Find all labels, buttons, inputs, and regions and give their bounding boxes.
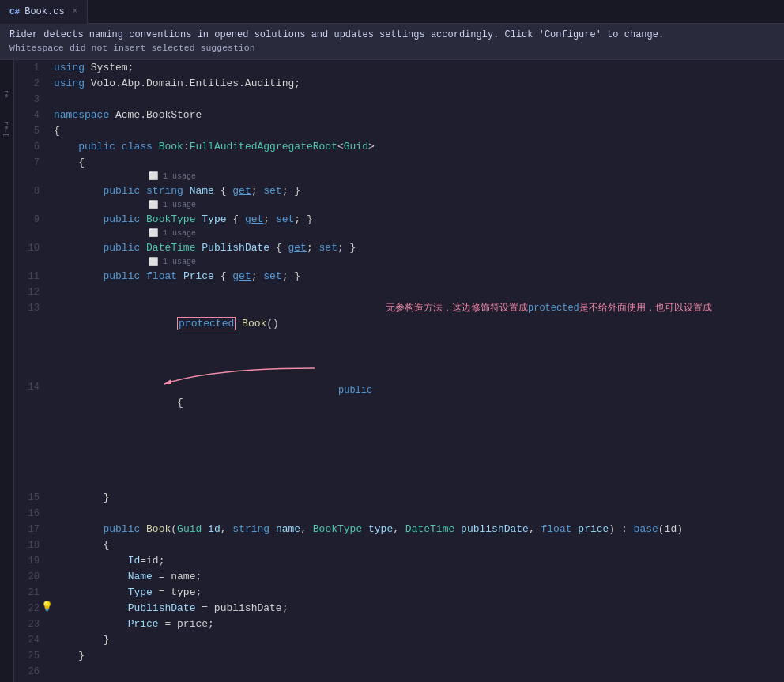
code-line-19: Id=id; <box>54 553 784 569</box>
table-row: 5 { <box>14 123 784 139</box>
line-number: 7 <box>14 155 40 171</box>
gutter-7 <box>40 155 54 171</box>
line-number: · <box>14 171 40 183</box>
code-line-7: { <box>54 155 784 171</box>
table-row: 18 { <box>14 537 784 553</box>
table-row: 8 public string Name { get; set; } <box>14 183 784 199</box>
gutter-19 <box>40 553 54 569</box>
code-line-23: Price = price; <box>54 616 784 632</box>
usage-hint-type: ⬜ 1 usage <box>54 199 784 212</box>
code-line-3 <box>54 92 784 107</box>
line-number: 19 <box>14 553 40 569</box>
table-row: 24 } <box>14 632 784 648</box>
table-row: 1 using System; <box>14 60 784 76</box>
code-editor[interactable]: 1 using System; 2 using Volo.Abp.Domain.… <box>14 60 784 682</box>
table-row: 7 { <box>14 155 784 171</box>
gutter-17 <box>40 522 54 537</box>
line-number: 9 <box>14 212 40 228</box>
table-row: 26 <box>14 664 784 680</box>
line-number: 12 <box>14 284 40 300</box>
line-number: · <box>14 199 40 212</box>
gutter-26 <box>40 664 54 680</box>
table-row: 10 public DateTime PublishDate { get; se… <box>14 240 784 256</box>
code-line-25: } <box>54 648 784 664</box>
code-line-2: using Volo.Abp.Domain.Entities.Auditing; <box>54 76 784 92</box>
table-row: 4 namespace Acme.BookStore <box>14 107 784 123</box>
code-line-17: public Book(Guid id, string name, BookTy… <box>54 522 784 537</box>
notification-line2: Whitespace did not insert selected sugge… <box>9 42 775 55</box>
gutter-hint <box>40 256 54 269</box>
line-number: 17 <box>14 522 40 537</box>
line-number: 15 <box>14 490 40 506</box>
line-number: 3 <box>14 92 40 107</box>
line-number: 13 <box>14 300 40 379</box>
usage-hint-price: ⬜ 1 usage <box>54 256 784 269</box>
editor-area: re re.[ 1 using System; 2 using Volo.Abp… <box>0 60 784 682</box>
sidebar-label-re: re <box>3 90 10 98</box>
gutter-3 <box>40 92 54 107</box>
left-sidebar: re re.[ <box>0 60 14 682</box>
line-number: 6 <box>14 139 40 155</box>
code-line-6: public class Book:FullAuditedAggregateRo… <box>54 139 784 155</box>
gutter-14 <box>40 379 54 490</box>
line-number: 23 <box>14 616 40 632</box>
gutter-12 <box>40 284 54 300</box>
gutter-5 <box>40 123 54 139</box>
gutter-13 <box>40 300 54 379</box>
gutter-10 <box>40 240 54 256</box>
table-row: 2 using Volo.Abp.Domain.Entities.Auditin… <box>14 76 784 92</box>
file-tab[interactable]: C# Book.cs × <box>0 0 88 24</box>
table-row: 12 <box>14 284 784 300</box>
line-number: 20 <box>14 569 40 585</box>
code-line-11: public float Price { get; set; } <box>54 269 784 284</box>
table-row: 19 Id=id; <box>14 553 784 569</box>
line-number: 22 <box>14 601 40 616</box>
gutter-15 <box>40 490 54 506</box>
notification-text2: Whitespace did not insert selected sugge… <box>9 43 255 53</box>
table-row: 11 public float Price { get; set; } <box>14 269 784 284</box>
code-line-4: namespace Acme.BookStore <box>54 107 784 123</box>
csharp-icon: C# <box>9 7 20 17</box>
usage-hint-row: · ⬜ 1 usage <box>14 228 784 240</box>
table-row: 20 Name = name; <box>14 569 784 585</box>
code-line-16 <box>54 506 784 522</box>
gutter-6 <box>40 139 54 155</box>
table-row: 23 Price = price; <box>14 616 784 632</box>
table-row: 22 💡 PublishDate = publishDate; <box>14 601 784 616</box>
sidebar-label-re2: re.[ <box>3 122 10 137</box>
table-row: 21 Type = type; <box>14 585 784 601</box>
gutter-23 <box>40 616 54 632</box>
gutter-16 <box>40 506 54 522</box>
line-number: · <box>14 256 40 269</box>
annotation-public: public <box>338 382 372 398</box>
gutter-24 <box>40 632 54 648</box>
line-number: 26 <box>14 664 40 680</box>
tab-filename: Book.cs <box>24 6 64 17</box>
tab-bar: C# Book.cs × <box>0 0 784 24</box>
usage-hint-row: · ⬜ 1 usage <box>14 171 784 183</box>
gutter-11 <box>40 269 54 284</box>
table-row: 17 public Book(Guid id, string name, Boo… <box>14 522 784 537</box>
gutter-hint <box>40 228 54 240</box>
close-tab-button[interactable]: × <box>73 7 77 16</box>
code-line-26 <box>54 664 784 680</box>
gutter-25 <box>40 648 54 664</box>
line-number: 1 <box>14 60 40 76</box>
usage-hint-name: ⬜ 1 usage <box>54 171 784 183</box>
gutter-22: 💡 <box>40 601 54 616</box>
table-row: 3 <box>14 92 784 107</box>
line-number: 18 <box>14 537 40 553</box>
gutter-4 <box>40 107 54 123</box>
code-line-21: Type = type; <box>54 585 784 601</box>
notification-line1: Rider detects naming conventions in open… <box>9 28 775 42</box>
usage-hint-publishdate: ⬜ 1 usage <box>54 228 784 240</box>
gutter-8 <box>40 183 54 199</box>
table-row: 9 public BookType Type { get; set; } <box>14 212 784 228</box>
code-line-20: Name = name; <box>54 569 784 585</box>
table-row: 6 public class Book:FullAuditedAggregate… <box>14 139 784 155</box>
code-table: 1 using System; 2 using Volo.Abp.Domain.… <box>14 60 784 682</box>
code-line-9: public BookType Type { get; set; } <box>54 212 784 228</box>
table-row: 14 { <box>14 379 784 490</box>
gutter-hint <box>40 171 54 183</box>
code-line-18: { <box>54 537 784 553</box>
